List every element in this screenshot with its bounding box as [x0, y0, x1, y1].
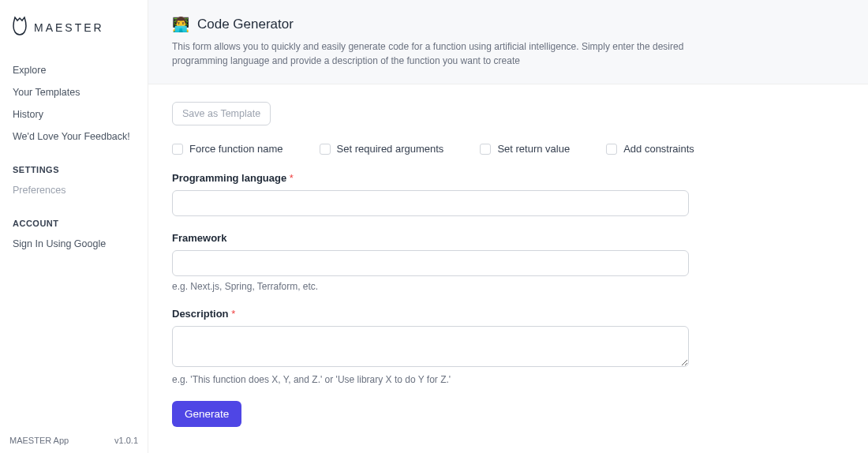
- field-label: Description *: [172, 308, 844, 320]
- account-section-label: ACCOUNT: [0, 209, 148, 233]
- checkbox-label: Force function name: [189, 143, 283, 155]
- brand[interactable]: MAESTER: [0, 0, 148, 51]
- technologist-icon: 👨‍💻: [172, 16, 189, 33]
- account-nav: Sign In Using Google: [0, 233, 148, 263]
- sidebar-item-history[interactable]: History: [0, 103, 148, 125]
- footer-version: v1.0.1: [114, 436, 138, 445]
- checkbox-label: Set required arguments: [337, 143, 444, 155]
- sidebar: MAESTER Explore Your Templates History W…: [0, 0, 148, 453]
- framework-input[interactable]: [172, 250, 689, 276]
- settings-section-label: SETTINGS: [0, 155, 148, 179]
- page-title: Code Generator: [197, 17, 294, 32]
- checkbox-force-function-name[interactable]: Force function name: [172, 143, 283, 155]
- brand-logo-icon: [12, 16, 28, 39]
- checkbox-box-icon: [172, 144, 183, 155]
- checkbox-box-icon: [606, 144, 617, 155]
- checkbox-label: Set return value: [497, 143, 570, 155]
- field-label: Framework: [172, 232, 844, 244]
- checkbox-label: Add constraints: [623, 143, 694, 155]
- sidebar-item-explore[interactable]: Explore: [0, 59, 148, 81]
- checkbox-add-constraints[interactable]: Add constraints: [606, 143, 694, 155]
- sidebar-item-signin-google[interactable]: Sign In Using Google: [0, 233, 148, 255]
- brand-name: MAESTER: [34, 21, 104, 34]
- sidebar-item-feedback[interactable]: We'd Love Your Feedback!: [0, 125, 148, 148]
- generate-button[interactable]: Generate: [172, 401, 241, 427]
- sidebar-item-your-templates[interactable]: Your Templates: [0, 81, 148, 103]
- options-row: Force function name Set required argumen…: [172, 143, 844, 155]
- required-indicator: *: [290, 172, 294, 184]
- checkbox-set-required-arguments[interactable]: Set required arguments: [320, 143, 444, 155]
- field-framework: Framework e.g. Next.js, Spring, Terrafor…: [172, 232, 844, 292]
- field-programming-language: Programming language *: [172, 172, 844, 216]
- checkbox-box-icon: [320, 144, 331, 155]
- page-description: This form allows you to quickly and easi…: [172, 39, 740, 68]
- field-description: Description * e.g. 'This function does X…: [172, 308, 844, 385]
- sidebar-footer: MAESTER App v1.0.1: [0, 428, 148, 453]
- field-label: Programming language *: [172, 172, 844, 184]
- settings-nav: Preferences: [0, 179, 148, 209]
- field-label-text: Programming language: [172, 172, 286, 184]
- required-indicator: *: [231, 308, 235, 320]
- description-textarea[interactable]: [172, 326, 689, 367]
- page-header: 👨‍💻 Code Generator This form allows you …: [148, 0, 868, 84]
- description-help-text: e.g. 'This function does X, Y, and Z.' o…: [172, 374, 844, 385]
- footer-app-name: MAESTER App: [9, 436, 69, 445]
- form-content: Save as Template Force function name Set…: [148, 84, 868, 444]
- primary-nav: Explore Your Templates History We'd Love…: [0, 51, 148, 155]
- field-label-text: Description: [172, 308, 229, 320]
- checkbox-set-return-value[interactable]: Set return value: [480, 143, 570, 155]
- programming-language-input[interactable]: [172, 190, 689, 216]
- save-as-template-button[interactable]: Save as Template: [172, 102, 271, 125]
- checkbox-box-icon: [480, 144, 491, 155]
- main-content: 👨‍💻 Code Generator This form allows you …: [148, 0, 868, 453]
- sidebar-item-preferences: Preferences: [0, 179, 148, 201]
- framework-help-text: e.g. Next.js, Spring, Terraform, etc.: [172, 281, 844, 292]
